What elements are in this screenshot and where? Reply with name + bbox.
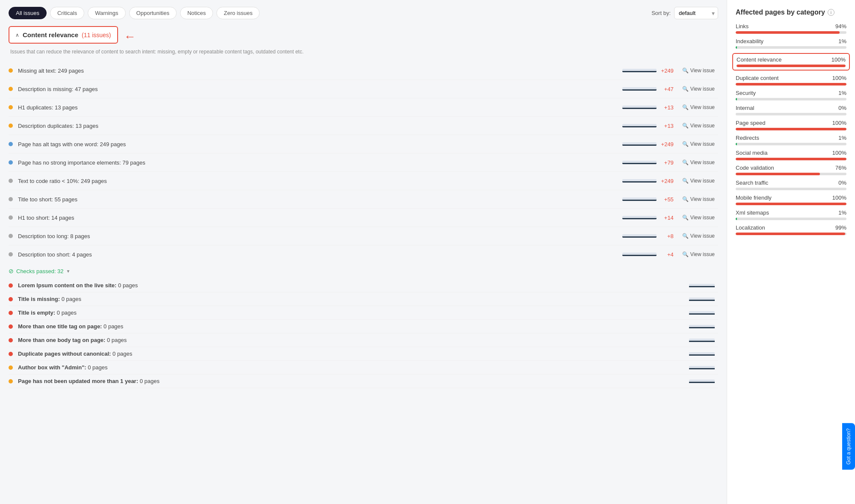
info-icon[interactable]: i bbox=[828, 9, 834, 16]
passed-row: Lorem Ipsum content on the live site: 0 … bbox=[9, 279, 718, 292]
sort-select[interactable]: default by pages by severity bbox=[674, 7, 718, 19]
passed-text: Title is missing: 0 pages bbox=[18, 296, 689, 302]
severity-dot bbox=[9, 105, 13, 109]
category-security: Security 1% bbox=[736, 90, 846, 100]
tab-zero-issues[interactable]: Zero issues bbox=[216, 7, 260, 19]
section-header[interactable]: ∧ Content relevance (11 issues) bbox=[9, 26, 118, 44]
category-content-relevance-highlighted: Content relevance 100% ← bbox=[732, 53, 850, 71]
category-links: Links 94% bbox=[736, 23, 846, 34]
passed-dot bbox=[9, 365, 13, 370]
category-name: Xml sitemaps bbox=[736, 209, 769, 216]
category-social-media: Social media 100% bbox=[736, 150, 846, 160]
passed-dot bbox=[9, 283, 13, 288]
issue-bar bbox=[622, 106, 657, 109]
expand-icon: ▼ bbox=[66, 269, 71, 274]
issues-list: Missing alt text: 249 pages +249 🔍 View … bbox=[9, 62, 718, 263]
category-name: Social media bbox=[736, 150, 767, 156]
severity-dot bbox=[9, 68, 13, 73]
category-pct: 0% bbox=[838, 180, 846, 186]
category-pct: 100% bbox=[832, 195, 846, 201]
category-pct: 1% bbox=[838, 38, 846, 44]
passed-dot bbox=[9, 338, 13, 342]
section-header-row: ∧ Content relevance (11 issues) ← bbox=[9, 26, 718, 47]
issue-row: Title too short: 55 pages +55 🔍 View iss… bbox=[9, 190, 718, 209]
passed-dot bbox=[9, 311, 13, 315]
view-issue-button[interactable]: 🔍 View issue bbox=[679, 250, 718, 259]
tab-warnings[interactable]: Warnings bbox=[88, 7, 125, 19]
issue-count: +13 bbox=[657, 104, 674, 111]
issue-count: +13 bbox=[657, 123, 674, 129]
category-name: Indexability bbox=[736, 38, 763, 44]
category-mobile-friendly: Mobile friendly 100% bbox=[736, 195, 846, 205]
passed-text: Title is empty: 0 pages bbox=[18, 309, 689, 316]
category-pct: 94% bbox=[835, 23, 846, 29]
tab-all-issues[interactable]: All issues bbox=[9, 7, 47, 19]
view-issue-button[interactable]: 🔍 View issue bbox=[679, 158, 718, 167]
checks-passed[interactable]: ⊘ Checks passed: 32 ▼ bbox=[9, 263, 718, 279]
issue-bar bbox=[622, 161, 657, 164]
issue-row: Page has no strong importance elements: … bbox=[9, 153, 718, 172]
tab-opportunities[interactable]: Opportunities bbox=[129, 7, 177, 19]
issue-count: +249 bbox=[657, 141, 674, 147]
view-issue-button[interactable]: 🔍 View issue bbox=[679, 84, 718, 94]
severity-dot bbox=[9, 234, 13, 238]
passed-row: More than one title tag on page: 0 pages bbox=[9, 320, 718, 333]
category-name: Redirects bbox=[736, 135, 759, 141]
issue-count: +249 bbox=[657, 68, 674, 74]
category-name: Content relevance bbox=[737, 56, 782, 63]
view-issue-button[interactable]: 🔍 View issue bbox=[679, 103, 718, 112]
issue-count: +249 bbox=[657, 178, 674, 184]
annotation-arrow: ← bbox=[124, 30, 136, 44]
view-issue-button[interactable]: 🔍 View issue bbox=[679, 139, 718, 149]
severity-dot bbox=[9, 252, 13, 256]
severity-dot bbox=[9, 215, 13, 220]
issue-text: H1 too short: 14 pages bbox=[18, 215, 622, 221]
category-pct: 0% bbox=[838, 105, 846, 111]
issue-text: Description too short: 4 pages bbox=[18, 251, 622, 258]
category-name: Localization bbox=[736, 224, 765, 231]
issue-bar bbox=[622, 142, 657, 146]
tab-notices[interactable]: Notices bbox=[180, 7, 213, 19]
view-issue-button[interactable]: 🔍 View issue bbox=[679, 231, 718, 241]
severity-dot bbox=[9, 142, 13, 146]
view-issue-button[interactable]: 🔍 View issue bbox=[679, 195, 718, 204]
category-pct: 100% bbox=[831, 56, 846, 63]
issue-row: Text to code ratio < 10%: 249 pages +249… bbox=[9, 172, 718, 190]
sidebar-title: Affected pages by category i bbox=[736, 9, 846, 16]
issue-count: +47 bbox=[657, 86, 674, 92]
view-issue-button[interactable]: 🔍 View issue bbox=[679, 213, 718, 222]
issue-count: +55 bbox=[657, 196, 674, 203]
category-pct: 1% bbox=[838, 90, 846, 96]
passed-row: Author box with "Admin": 0 pages bbox=[9, 361, 718, 374]
issue-row: H1 too short: 14 pages +14 🔍 View issue bbox=[9, 209, 718, 227]
passed-items-list: Lorem Ipsum content on the live site: 0 … bbox=[9, 279, 718, 388]
category-pct: 1% bbox=[838, 209, 846, 216]
filter-bar: All issues Criticals Warnings Opportunit… bbox=[9, 7, 718, 19]
issue-count: +14 bbox=[657, 215, 674, 221]
chat-button[interactable]: Got a question? bbox=[842, 423, 855, 470]
severity-dot bbox=[9, 160, 13, 165]
issue-text: Description is missing: 47 pages bbox=[18, 86, 622, 92]
category-name: Links bbox=[736, 23, 748, 29]
category-pct: 100% bbox=[832, 120, 846, 126]
category-name: Page speed bbox=[736, 120, 765, 126]
issue-bar bbox=[622, 197, 657, 201]
view-issue-button[interactable]: 🔍 View issue bbox=[679, 176, 718, 186]
view-issue-button[interactable]: 🔍 View issue bbox=[679, 121, 718, 130]
issue-text: Page has alt tags with one word: 249 pag… bbox=[18, 141, 622, 147]
category-name: Security bbox=[736, 90, 756, 96]
category-name: Mobile friendly bbox=[736, 195, 772, 201]
severity-dot bbox=[9, 124, 13, 128]
category-internal: Internal 0% bbox=[736, 105, 846, 115]
issue-count: +8 bbox=[657, 233, 674, 239]
sidebar: Affected pages by category i Links 94% I… bbox=[727, 0, 855, 504]
tab-criticals[interactable]: Criticals bbox=[50, 7, 84, 19]
chat-button-label: Got a question? bbox=[846, 428, 852, 465]
issue-bar bbox=[622, 234, 657, 238]
category-indexability: Indexability 1% bbox=[736, 38, 846, 49]
issue-text: Text to code ratio < 10%: 249 pages bbox=[18, 178, 622, 184]
section-title: Content relevance bbox=[23, 31, 78, 38]
issue-row: Description too long: 8 pages +8 🔍 View … bbox=[9, 227, 718, 245]
view-issue-button[interactable]: 🔍 View issue bbox=[679, 66, 718, 75]
category-name: Duplicate content bbox=[736, 75, 778, 81]
